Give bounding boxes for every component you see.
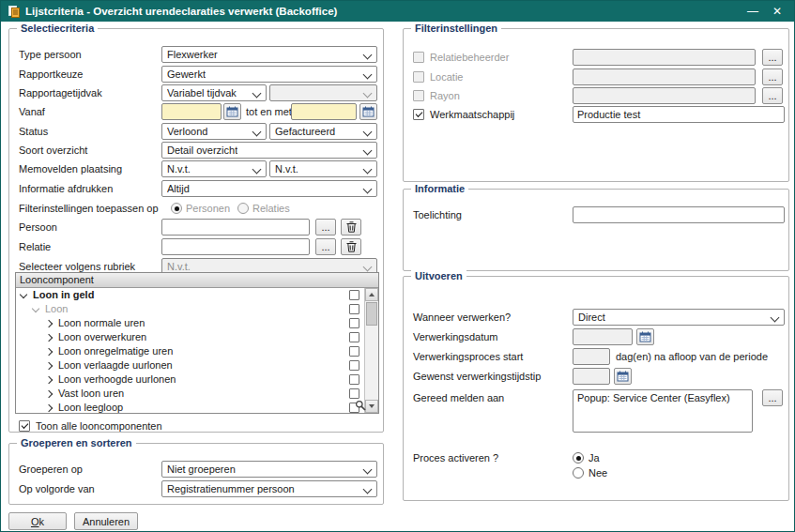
group-selectiecriteria: Selectiecriteria Type persoon Flexwerker… [8, 28, 384, 433]
chevron-expanded-icon[interactable] [20, 290, 27, 297]
tree-item-checkbox[interactable] [349, 304, 359, 314]
group-groeperen: Groeperen en sorteren Groeperen op Niet … [8, 443, 384, 505]
verwerkingsdatum-calendar-button[interactable] [636, 328, 654, 345]
gereed-melden-box[interactable]: Popup: Service Center (Easyflex) [573, 389, 753, 433]
volgorde-value: Registratienummer persoon [167, 483, 295, 494]
chevron-collapsed-icon[interactable] [45, 361, 53, 369]
proces-start-input [573, 348, 610, 365]
group-uitvoeren: Uitvoeren Wanneer verwerken? Direct Verw… [403, 276, 789, 501]
tree-row[interactable]: Loon verhoogde uurlonen [16, 372, 364, 387]
chevron-down-icon [363, 185, 373, 194]
triangle-down-icon [369, 404, 375, 408]
calendar-icon [617, 371, 629, 382]
wanneer-select[interactable]: Direct [573, 309, 785, 326]
groeperen-op-select[interactable]: Niet groeperen [161, 461, 377, 478]
tree-row[interactable]: Loon [16, 302, 364, 316]
volgorde-select[interactable]: Registratienummer persoon [161, 480, 377, 497]
chevron-collapsed-icon[interactable] [45, 403, 53, 411]
scroll-up-button[interactable] [365, 288, 378, 301]
tree-item-checkbox[interactable] [349, 290, 359, 300]
proces-start-label: Verwerkingsproces start [413, 348, 523, 365]
chevron-down-icon [363, 485, 373, 494]
tree-row[interactable]: Loon normale uren [16, 316, 364, 330]
calendar-icon [226, 106, 238, 117]
tree-item-checkbox[interactable] [349, 332, 359, 342]
rayon-browse-button[interactable]: ... [762, 87, 783, 104]
relatie-input[interactable] [161, 238, 310, 255]
persoon-input[interactable] [161, 219, 310, 236]
werkmaatschappij-checkbox[interactable] [413, 109, 424, 120]
chevron-collapsed-icon[interactable] [45, 319, 53, 327]
chevron-collapsed-icon[interactable] [45, 347, 53, 355]
groeperen-op-label: Groeperen op [19, 461, 83, 478]
group-title: Groeperen en sorteren [17, 437, 136, 449]
persoon-browse-button[interactable]: ... [315, 219, 336, 236]
werkmaatschappij-input[interactable]: Productie test [573, 106, 785, 123]
informatie-afdrukken-select[interactable]: Altijd [161, 180, 377, 197]
tree-item-checkbox[interactable] [349, 374, 359, 385]
chevron-collapsed-icon[interactable] [45, 389, 53, 397]
relatiebeheerder-browse-button[interactable]: ... [762, 49, 783, 66]
persoon-clear-button[interactable] [341, 219, 361, 236]
soort-overzicht-select[interactable]: Detail overzicht [161, 142, 377, 159]
gereed-browse-button[interactable]: ... [762, 389, 783, 406]
nee-label: Nee [589, 464, 607, 481]
tree-row[interactable]: Loon overwerkuren [16, 330, 364, 344]
wanneer-label: Wanneer verwerken? [413, 309, 511, 326]
tree-row[interactable]: Loon in geld [16, 288, 364, 302]
memovelden-select-2[interactable]: N.v.t. [269, 160, 377, 177]
radio-ja[interactable] [573, 452, 584, 464]
tree-row[interactable]: Loon leegloop [16, 401, 364, 413]
close-button[interactable]: ✕ [768, 2, 787, 21]
tree-item-label: Loon leegloop [58, 401, 123, 413]
locatie-browse-button[interactable]: ... [762, 68, 783, 85]
scrollbar-thumb[interactable] [366, 302, 377, 326]
tijdstip-calendar-button[interactable] [614, 368, 632, 385]
vanaf-calendar-button[interactable] [223, 103, 241, 120]
tree-row[interactable]: Loon verlaagde uurlonen [16, 358, 364, 372]
relatie-label: Relatie [19, 238, 51, 255]
relatie-browse-button[interactable]: ... [315, 238, 336, 255]
rapportagetijdvak-period-select [269, 84, 377, 101]
tree-column-header[interactable]: Looncomponent [16, 273, 378, 288]
minimize-button[interactable]: — [743, 2, 762, 21]
vanaf-date-input[interactable] [161, 103, 222, 120]
tree-item-checkbox[interactable] [349, 360, 359, 371]
tot-en-met-calendar-button[interactable] [359, 103, 377, 120]
tree-scrollbar[interactable] [364, 288, 378, 413]
type-persoon-select[interactable]: Flexwerker [161, 46, 377, 63]
gereed-melden-value: Popup: Service Center (Easyflex) [577, 392, 730, 403]
persoon-label: Persoon [19, 219, 57, 236]
tot-en-met-date-input[interactable] [291, 103, 357, 120]
rayon-label: Rayon [430, 87, 460, 104]
status-label: Status [19, 123, 48, 140]
tree-row[interactable]: Vast loon uren [16, 387, 364, 401]
tree-item-checkbox[interactable] [349, 318, 359, 328]
radio-nee[interactable] [573, 467, 584, 479]
tree-item-label: Loon verlaagde uurlonen [58, 358, 173, 372]
rapportkeuze-select[interactable]: Gewerkt [161, 66, 377, 83]
scroll-down-button[interactable] [365, 400, 378, 413]
chevron-down-icon [363, 128, 373, 137]
verwerkingsdatum-input [573, 328, 633, 345]
calendar-icon [362, 106, 375, 117]
chevron-collapsed-icon[interactable] [45, 375, 53, 383]
tree-row[interactable]: Loon onregelmatige uren [16, 344, 364, 358]
status-select-1[interactable]: Verloond [161, 123, 267, 140]
chevron-expanded-icon[interactable] [32, 304, 39, 312]
status-select-2[interactable]: Gefactureerd [269, 123, 377, 140]
rapportagetijdvak-select[interactable]: Variabel tijdvak [161, 84, 267, 101]
chevron-collapsed-icon[interactable] [45, 333, 53, 341]
group-title: Uitvoeren [411, 270, 466, 282]
toon-alle-checkbox[interactable] [19, 420, 30, 432]
ellipsis-icon: ... [768, 90, 776, 101]
memovelden-select-1[interactable]: N.v.t. [161, 160, 267, 177]
trash-icon [346, 221, 357, 233]
chevron-down-icon [363, 70, 373, 80]
annuleren-button[interactable]: Annuleren [74, 512, 138, 530]
tree-item-checkbox[interactable] [349, 388, 359, 399]
ok-button[interactable]: Ok [8, 512, 67, 530]
relatie-clear-button[interactable] [341, 238, 361, 255]
toelichting-input[interactable] [573, 206, 785, 223]
tree-item-checkbox[interactable] [349, 346, 359, 357]
